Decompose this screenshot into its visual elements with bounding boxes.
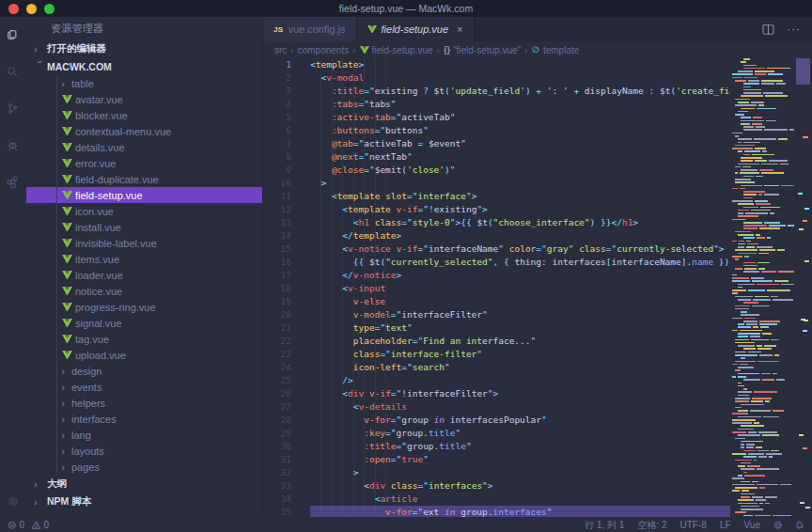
line-number[interactable]: 34 [263,493,291,506]
code-line-3[interactable]: 3 :title="existing ? $t('update_field') … [263,85,730,98]
code-line-21[interactable]: 21 type="text" [263,321,730,335]
line-number[interactable]: 6 [263,124,291,137]
code-line-29[interactable]: 29 :key="group.title" [263,427,730,440]
line-number[interactable]: 2 [263,71,291,85]
npm-scripts-section[interactable]: › NPM 脚本 [26,493,262,510]
scrollbar-thumb[interactable] [796,58,810,85]
line-number[interactable]: 24 [263,361,291,374]
tree-item-tag-vue[interactable]: tag.vue [26,331,262,347]
editor-scrollbar[interactable] [794,58,812,517]
code-line-32[interactable]: 32 > [263,466,730,479]
code-line-30[interactable]: 30 :title="group.title" [263,440,730,453]
indentation-setting[interactable]: 空格: 2 [637,519,666,532]
line-number[interactable]: 35 [263,506,291,517]
code-line-20[interactable]: 20 v-model="interfaceFilter" [263,308,730,321]
minimap[interactable] [730,58,794,517]
line-number[interactable]: 9 [263,164,291,177]
feedback-smiley-icon[interactable] [773,521,783,530]
code-line-31[interactable]: 31 :open="true" [263,453,730,466]
errors-indicator[interactable]: 0 [8,520,24,530]
project-root-section[interactable]: › MACWK.COM [26,57,262,75]
code-line-18[interactable]: 18 <v-input [263,282,730,295]
tree-item-contextual-menu-vue[interactable]: contextual-menu.vue [26,123,262,139]
code-line-4[interactable]: 4 :tabs="tabs" [263,98,730,111]
code-line-8[interactable]: 8 @next="nextTab" [263,150,730,164]
tree-item-upload-vue[interactable]: upload.vue [26,347,262,363]
code-line-27[interactable]: 27 <v-details [263,400,730,414]
search-icon[interactable] [3,61,23,82]
line-number[interactable]: 29 [263,427,291,440]
code-line-34[interactable]: 34 <article [263,493,730,506]
tree-item-helpers[interactable]: ›helpers [26,395,262,411]
notifications-bell-icon[interactable] [795,521,804,530]
outline-section[interactable]: › 大纲 [26,475,262,493]
line-number[interactable]: 1 [263,58,291,71]
tree-item-invisible-label-vue[interactable]: invisible-label.vue [26,235,262,251]
tree-item-error-vue[interactable]: error.vue [26,155,262,171]
line-number[interactable]: 28 [263,414,291,427]
breadcrumb-item-4[interactable]: {}"field-setup.vue" [444,45,521,55]
breadcrumb-item-1[interactable]: src [274,45,287,55]
tree-item-notice-vue[interactable]: notice.vue [26,283,262,299]
line-number[interactable]: 27 [263,400,291,414]
language-mode[interactable]: Vue [744,520,760,530]
code-line-9[interactable]: 9 @close="$emit('close')" [263,164,730,177]
zoom-window-button[interactable] [44,4,55,14]
code-line-19[interactable]: 19 v-else [263,295,730,308]
line-number[interactable]: 30 [263,440,291,453]
close-window-button[interactable] [8,4,19,14]
line-number[interactable]: 10 [263,177,291,190]
code-line-24[interactable]: 24 icon-left="search" [263,361,730,374]
tree-item-field-duplicate-vue[interactable]: field-duplicate.vue [26,171,262,187]
tree-item-icon-vue[interactable]: icon.vue [26,203,262,219]
tree-item-details-vue[interactable]: details.vue [26,139,262,155]
code-line-10[interactable]: 10 > [263,177,730,190]
line-number[interactable]: 4 [263,98,291,111]
code-line-15[interactable]: 15 <v-notice v-if="interfaceName" color=… [263,243,730,256]
breadcrumb-item-3[interactable]: field-setup.vue [360,45,433,55]
line-number[interactable]: 17 [263,269,291,282]
code-line-1[interactable]: 1<template> [263,58,730,71]
line-number[interactable]: 15 [263,243,291,256]
tree-item-loader-vue[interactable]: loader.vue [26,267,262,283]
code-line-7[interactable]: 7 @tab="activeTab = $event" [263,137,730,150]
line-number[interactable]: 21 [263,321,291,335]
code-line-17[interactable]: 17 </v-notice> [263,269,730,282]
line-number[interactable]: 14 [263,229,291,243]
line-number[interactable]: 22 [263,335,291,348]
code-line-25[interactable]: 25 /> [263,374,730,387]
tree-item-blocker-vue[interactable]: blocker.vue [26,107,262,123]
tree-item-interfaces[interactable]: ›interfaces [26,411,262,427]
tree-item-field-setup-vue[interactable]: field-setup.vue [26,187,262,203]
code-line-12[interactable]: 12 <template v-if="!existing"> [263,203,730,216]
code-line-6[interactable]: 6 :buttons="buttons" [263,124,730,137]
code-line-13[interactable]: 13 <h1 class="style-0">{{ $t("choose_int… [263,216,730,229]
split-editor-icon[interactable] [761,23,775,37]
source-control-icon[interactable] [3,98,23,118]
code-line-5[interactable]: 5 :active-tab="activeTab" [263,111,730,124]
tree-item-avatar-vue[interactable]: avatar.vue [26,91,262,107]
explorer-icon[interactable] [3,24,23,45]
tree-item-events[interactable]: ›events [26,379,262,395]
line-number[interactable]: 11 [263,190,291,203]
eol-setting[interactable]: LF [720,520,731,530]
line-number[interactable]: 32 [263,466,291,479]
tree-item-pages[interactable]: ›pages [26,459,262,475]
breadcrumb-item-5[interactable]: template [531,45,579,55]
code-line-33[interactable]: 33 <div class="interfaces"> [263,479,730,493]
code-line-2[interactable]: 2 <v-modal [263,71,730,85]
code-line-14[interactable]: 14 </template> [263,229,730,243]
tab-vue-config-js[interactable]: JSvue.config.js [263,17,357,41]
tree-item-design[interactable]: ›design [26,363,262,379]
line-number[interactable]: 19 [263,295,291,308]
code-line-11[interactable]: 11 <template slot="interface"> [263,190,730,203]
line-number[interactable]: 16 [263,256,291,269]
code-line-26[interactable]: 26 <div v-if="!interfaceFilter"> [263,387,730,400]
line-number[interactable]: 26 [263,387,291,400]
line-number[interactable]: 20 [263,308,291,321]
manage-gear-icon[interactable] [3,491,23,511]
tree-item-items-vue[interactable]: items.vue [26,251,262,267]
close-icon[interactable]: × [457,23,462,35]
line-number[interactable]: 25 [263,374,291,387]
tree-item-layouts[interactable]: ›layouts [26,443,262,459]
